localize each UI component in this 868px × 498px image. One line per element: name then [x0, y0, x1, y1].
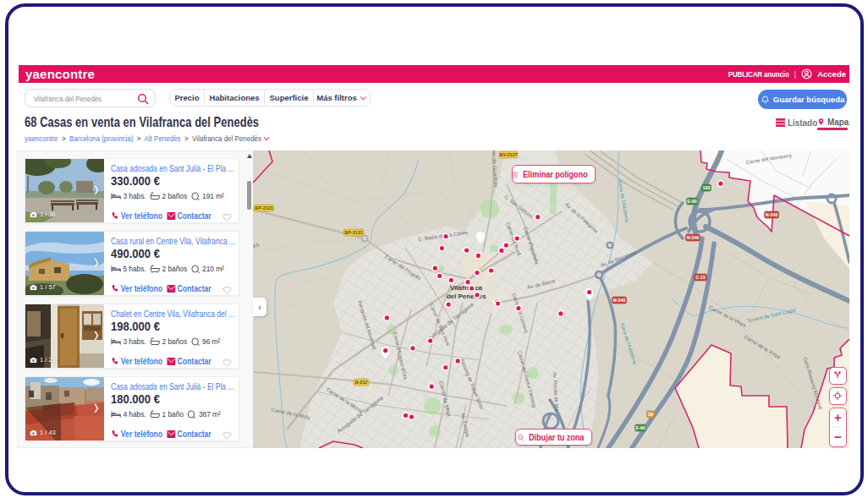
- svg-text:193: 193: [703, 185, 711, 190]
- svg-text:29: 29: [648, 412, 653, 417]
- svg-text:BV-2127: BV-2127: [500, 152, 518, 157]
- svg-text:E-90: E-90: [635, 425, 645, 430]
- svg-text:N-340: N-340: [766, 212, 778, 217]
- svg-text:E-90: E-90: [687, 199, 696, 204]
- svg-text:BP-2121: BP-2121: [344, 230, 362, 235]
- svg-text:BP-2121: BP-2121: [255, 205, 272, 211]
- svg-text:N-340: N-340: [613, 298, 626, 303]
- svg-text:B-212: B-212: [355, 380, 368, 385]
- svg-text:N-340: N-340: [687, 235, 700, 240]
- svg-text:C-15: C-15: [695, 275, 706, 280]
